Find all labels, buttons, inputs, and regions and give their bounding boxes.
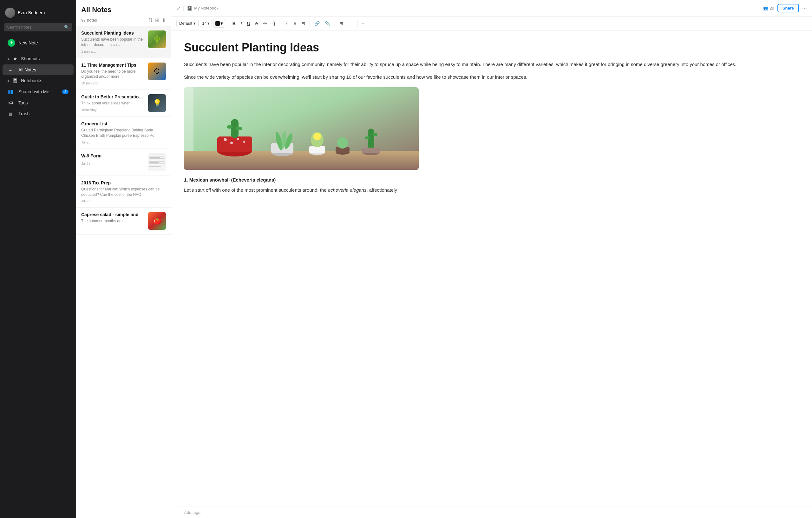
- note-preview: The summer months are: [81, 218, 144, 224]
- note-item-caprese[interactable]: Caprese salad - simple and The summer mo…: [76, 208, 171, 235]
- color-selector[interactable]: ▾: [213, 19, 225, 28]
- arrow-icon: ▶: [8, 79, 10, 83]
- all-notes-icon: ≡: [8, 67, 13, 72]
- add-tags-placeholder: Add tags...: [184, 510, 204, 515]
- user-profile[interactable]: Ezra Bridger ▾: [0, 5, 76, 22]
- svg-rect-25: [365, 136, 370, 139]
- note-time: 10 min ago: [81, 81, 144, 85]
- checkbox-button[interactable]: ☑: [283, 20, 291, 27]
- note-thumbnail: [148, 153, 166, 171]
- expand-icon[interactable]: ⤢: [176, 5, 180, 11]
- sidebar-item-label: Tags: [19, 100, 28, 105]
- note-preview: Questions for Marilyn: Which expenses ca…: [81, 187, 166, 197]
- toolbar-separator: [357, 20, 357, 27]
- note-item-presentations[interactable]: Guide to Better Presentations for your B…: [76, 90, 171, 117]
- svg-rect-26: [373, 133, 377, 136]
- italic-button[interactable]: I: [239, 20, 244, 27]
- shared-badge: 2: [62, 89, 68, 94]
- editor-content[interactable]: Succulent Planting Ideas Succulents have…: [171, 30, 812, 507]
- note-thumbnail: 🍅: [148, 212, 166, 230]
- notebook-name: My Notebook: [194, 6, 219, 10]
- note-content: W-9 Form Jul 25: [81, 153, 144, 165]
- tags-icon: 🏷: [8, 100, 13, 105]
- font-selector[interactable]: Default ▾: [176, 20, 199, 27]
- collab-icon: 👥: [763, 6, 768, 10]
- arrow-icon: ▶: [8, 57, 10, 61]
- note-title: Succulent Planting Ideas: [81, 30, 144, 35]
- attachment-button[interactable]: 📎: [323, 20, 332, 27]
- view-icon[interactable]: ⊞: [155, 17, 159, 23]
- strikethrough-button[interactable]: A: [254, 20, 260, 27]
- sort-icon[interactable]: ⇅: [148, 17, 152, 23]
- sidebar-item-shared[interactable]: 👥 Shared with Me 2: [3, 86, 74, 97]
- sidebar-item-notebooks[interactable]: ▶ 📓 Notebooks: [3, 75, 74, 86]
- svg-rect-10: [227, 126, 232, 129]
- sidebar-item-label: Shared with Me: [19, 89, 49, 94]
- svg-rect-11: [236, 127, 242, 130]
- bullet-list-button[interactable]: ≡: [292, 20, 298, 27]
- note-time: 1 min ago: [81, 50, 144, 53]
- thumbnail-image: [148, 153, 166, 171]
- collaborators-info: 👥 29: [763, 6, 774, 10]
- link-button[interactable]: 🔗: [313, 20, 322, 27]
- font-size-selector[interactable]: 14 ▾: [200, 20, 211, 27]
- note-title: 11 Time Management Tips: [81, 62, 144, 67]
- note-item-w9[interactable]: W-9 Form Jul 25: [76, 149, 171, 176]
- bold-button[interactable]: B: [231, 20, 238, 27]
- sidebar-item-tags[interactable]: 🏷 Tags: [3, 98, 74, 108]
- svg-point-20: [313, 133, 321, 140]
- note-item-succulent[interactable]: Succulent Planting Ideas Succulents have…: [76, 26, 171, 58]
- trash-icon: 🗑: [8, 111, 13, 116]
- divider-button[interactable]: —: [346, 20, 355, 27]
- more-formats-button[interactable]: ···: [360, 20, 368, 27]
- svg-point-7: [237, 138, 239, 140]
- note-preview: Do you feel the need to be more organize…: [81, 69, 144, 80]
- notes-list: Succulent Planting Ideas Succulents have…: [76, 26, 171, 518]
- note-preview: Think about your slides when...: [81, 101, 144, 106]
- note-thumbnail: 💡: [148, 94, 166, 112]
- note-content: Grocery List Grated Parmigiano Reggiano …: [81, 121, 166, 144]
- collaborators-count: 29: [770, 6, 774, 10]
- editor-toolbar: Default ▾ 14 ▾ ▾ B I U A ✏ {} ☑ ≡ ⊟ 🔗 📎 …: [171, 17, 812, 30]
- sidebar-item-shortcuts[interactable]: ▶ ★ Shortcuts: [3, 53, 74, 64]
- sidebar-item-all-notes[interactable]: ≡ All Notes: [3, 64, 74, 75]
- highlight-button[interactable]: ✏: [261, 20, 269, 27]
- thumbnail-image: 🌵: [148, 30, 166, 48]
- paragraph-2: Since the wide variety of species can be…: [184, 73, 799, 81]
- topbar-left: ⤢ | 📓 My Notebook: [176, 5, 219, 11]
- sidebar-item-trash[interactable]: 🗑 Trash: [3, 108, 74, 119]
- code-button[interactable]: {}: [270, 20, 277, 27]
- table-button[interactable]: ⊞: [338, 20, 345, 27]
- search-input[interactable]: [7, 25, 63, 29]
- chevron-down-icon: ▾: [44, 11, 46, 15]
- color-swatch: [215, 21, 220, 26]
- toolbar-separator: [310, 20, 310, 27]
- sidebar-item-label: Shortcuts: [21, 56, 40, 61]
- share-button[interactable]: Share: [777, 4, 799, 12]
- topbar-right: 👥 29 Share ···: [763, 4, 807, 12]
- search-bar[interactable]: 🔍: [4, 23, 72, 31]
- chevron-icon: ▾: [221, 20, 223, 26]
- share-icon[interactable]: ⬆: [162, 17, 166, 23]
- note-item-time-mgmt[interactable]: 11 Time Management Tips Do you feel the …: [76, 58, 171, 90]
- more-options-icon[interactable]: ···: [802, 5, 807, 11]
- sidebar-item-label: Trash: [19, 111, 29, 116]
- notebook-link[interactable]: 📓 My Notebook: [187, 6, 219, 11]
- document-body: Succulents have been popular in the inte…: [184, 61, 799, 194]
- new-note-button[interactable]: + New Note: [4, 36, 72, 49]
- username: Ezra Bridger: [18, 10, 42, 15]
- tags-bar[interactable]: Add tags...: [171, 507, 812, 518]
- notebooks-icon: 📓: [12, 78, 18, 83]
- numbered-list-button[interactable]: ⊟: [299, 20, 307, 27]
- svg-rect-4: [217, 136, 252, 152]
- underline-button[interactable]: U: [245, 20, 252, 27]
- numbered-item-body: Let's start off with one of the most pro…: [184, 186, 799, 194]
- shared-icon: 👥: [8, 89, 13, 94]
- note-title: Guide to Better Presentations for your B…: [81, 94, 144, 99]
- separator: |: [183, 5, 184, 11]
- note-item-tax2016[interactable]: 2016 Tax Prep Questions for Marilyn: Whi…: [76, 176, 171, 208]
- note-title: W-9 Form: [81, 153, 144, 158]
- avatar: [5, 8, 15, 18]
- note-item-grocery[interactable]: Grocery List Grated Parmigiano Reggiano …: [76, 117, 171, 149]
- thumbnail-image: 💡: [148, 94, 166, 112]
